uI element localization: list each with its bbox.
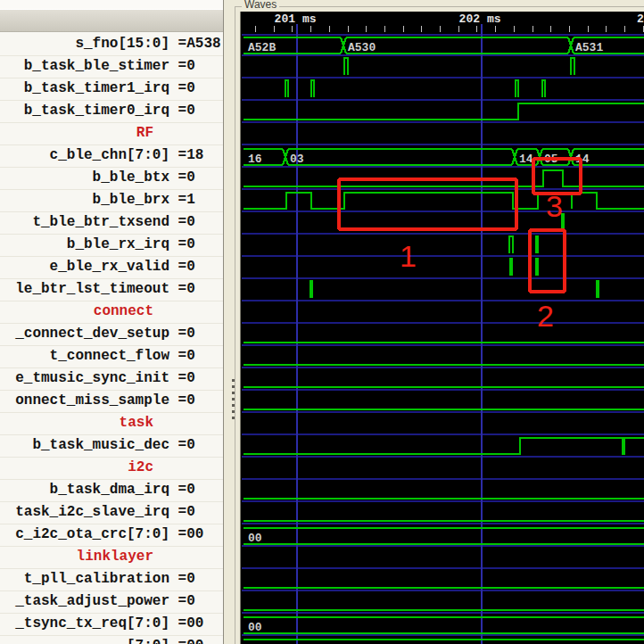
- bus-value-label: 00: [248, 532, 262, 545]
- signal-row[interactable]: t_connect_flow =0: [0, 345, 223, 368]
- signal-value: =0: [169, 211, 195, 234]
- signal-row[interactable]: _task_adjust_power =0: [0, 590, 223, 614]
- waveform-svg: 201ms202ms2A52BA530A53116031405140000001…: [241, 12, 644, 644]
- signal-row[interactable]: c_ble_chn[7:0] =18: [0, 144, 223, 168]
- bus-value-label: A52B: [248, 41, 276, 54]
- panel-top-strip: [0, 0, 223, 9]
- signal-row[interactable]: t_pll_calibration =0: [0, 568, 223, 591]
- bus-value-label: 03: [290, 153, 304, 166]
- signal-name: b_ble_btx: [93, 167, 169, 189]
- signal-name: le_btr_lst_timeout: [15, 278, 169, 301]
- bit-waveform: [244, 103, 644, 120]
- signal-row[interactable]: b_task_music_dec =0: [0, 434, 223, 458]
- signal-value: =0: [169, 100, 195, 122]
- panel-splitter[interactable]: [224, 0, 235, 644]
- signal-name: _task_adjust_power: [15, 590, 169, 613]
- signal-row[interactable]: _tsync_tx_req[7:0] =00: [0, 613, 223, 636]
- signal-row[interactable]: e_tmusic_sync_init =0: [0, 367, 223, 391]
- signal-group-row-i2c[interactable]: i2c: [0, 457, 223, 480]
- signal-value: =00: [169, 524, 203, 546]
- signal-name: b_task_ble_stimer: [24, 55, 169, 78]
- signal-value: =A538: [169, 33, 221, 55]
- signal-value: =0: [169, 501, 195, 524]
- panel-header-bar: [0, 9, 223, 32]
- signal-value: =0: [169, 256, 195, 278]
- signal-value: =0: [169, 479, 195, 501]
- signal-name: t_connect_flow: [50, 345, 169, 367]
- waves-groupbox-title: Waves: [242, 0, 279, 11]
- signal-row[interactable]: b_ble_rx_irq =0: [0, 234, 223, 257]
- signal-name: c_i2c_ota_crc[7:0]: [15, 524, 169, 546]
- signal-name: [7:0]: [127, 635, 169, 644]
- signal-row[interactable]: b_ble_brx =1: [0, 189, 223, 212]
- signal-group-label: RF: [136, 122, 153, 144]
- signal-name: b_ble_brx: [93, 189, 169, 211]
- signal-name: onnect_miss_sample: [15, 390, 169, 412]
- signal-value: =00: [169, 635, 203, 644]
- signal-name: b_task_dma_irq: [50, 479, 169, 501]
- waveform-canvas[interactable]: 201ms202ms2A52BA530A53116031405140000001…: [240, 12, 644, 644]
- bus-value-label: 16: [248, 153, 262, 166]
- timeline-unit: ms: [487, 12, 501, 26]
- signal-value: =0: [169, 278, 195, 301]
- signal-name: e_tmusic_sync_init: [15, 367, 169, 390]
- signal-value: =0: [169, 323, 195, 345]
- signal-group-row-RF[interactable]: RF: [0, 122, 223, 145]
- signal-row[interactable]: [7:0] =00: [0, 635, 223, 644]
- signal-row[interactable]: b_task_timer1_irq =0: [0, 78, 223, 101]
- signal-name: s_fno[15:0]: [75, 33, 169, 55]
- signal-name: c_ble_chn[7:0]: [50, 144, 169, 167]
- annotation-number: 3: [546, 189, 563, 223]
- signal-name: b_ble_rx_irq: [67, 234, 169, 256]
- signal-row[interactable]: le_btr_lst_timeout =0: [0, 278, 223, 301]
- annotation-number: 1: [400, 239, 417, 273]
- waveform-viewer-window: { "waves": { "title": "Waves", "timeline…: [0, 0, 644, 644]
- signal-name: b_task_music_dec: [32, 434, 169, 457]
- signal-value: =0: [169, 390, 195, 412]
- signal-value: =1: [169, 189, 195, 211]
- bus-value-label: A531: [575, 41, 603, 54]
- signal-row[interactable]: _connect_dev_setup =0: [0, 323, 223, 346]
- signal-name: task_i2c_slave_irq: [15, 501, 169, 524]
- timeline-label: 201: [275, 12, 296, 26]
- signal-value: =0: [169, 167, 195, 189]
- signal-name: t_pll_calibration: [24, 568, 169, 590]
- signal-name: t_ble_btr_txsend: [32, 211, 169, 234]
- signal-value: =0: [169, 367, 195, 390]
- signal-row[interactable]: b_task_timer0_irq =0: [0, 100, 223, 123]
- signal-value: =0: [169, 345, 195, 367]
- signal-row[interactable]: task_i2c_slave_irq =0: [0, 501, 223, 524]
- signal-row[interactable]: onnect_miss_sample =0: [0, 390, 223, 413]
- signal-row[interactable]: s_fno[15:0] =A538: [0, 33, 223, 56]
- bit-waveform: [310, 281, 644, 298]
- signal-name: e_ble_rx_valid: [50, 256, 169, 278]
- signal-row[interactable]: b_task_ble_stimer =0: [0, 55, 223, 78]
- signal-value: =0: [169, 234, 195, 256]
- signal-name: b_task_timer0_irq: [24, 100, 169, 122]
- signal-row[interactable]: b_task_dma_irq =0: [0, 479, 223, 502]
- signal-value: =0: [169, 590, 195, 613]
- signal-value: =0: [169, 55, 195, 78]
- bit-waveform: [244, 193, 644, 209]
- signal-row[interactable]: c_i2c_ota_crc[7:0] =00: [0, 524, 223, 547]
- signal-group-row-task[interactable]: task: [0, 412, 223, 435]
- annotation-rect: [530, 230, 565, 292]
- timeline-label: 202: [459, 12, 481, 26]
- signal-name: b_task_timer1_irq: [24, 78, 169, 100]
- signal-row[interactable]: e_ble_rx_valid =0: [0, 256, 223, 279]
- bit-waveform: [244, 438, 644, 454]
- signal-group-row-linklayer[interactable]: linklayer: [0, 546, 223, 569]
- signal-row[interactable]: b_ble_btx =0: [0, 167, 223, 190]
- bit-waveform: [285, 80, 644, 97]
- signal-value: =0: [169, 434, 195, 457]
- signal-value: =0: [169, 78, 195, 100]
- signal-group-label: connect: [94, 301, 153, 323]
- signal-value: =18: [169, 144, 203, 167]
- signal-name-panel: s_fno[15:0] =A538b_task_ble_stimer =0b_t…: [0, 0, 224, 644]
- bus-value-label: A530: [348, 41, 376, 54]
- bit-waveform: [562, 214, 644, 231]
- signal-group-label: task: [120, 412, 153, 434]
- bus-value-label: 00: [248, 621, 262, 634]
- signal-group-row-connect[interactable]: connect: [0, 301, 223, 324]
- signal-row[interactable]: t_ble_btr_txsend =0: [0, 211, 223, 235]
